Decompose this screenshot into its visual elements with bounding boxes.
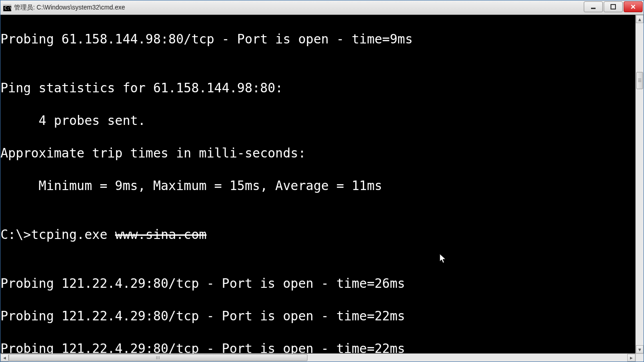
output-line: Probing 121.22.4.29:80/tcp - Port is ope…	[0, 276, 635, 292]
scroll-right-button[interactable]: ▶	[627, 354, 635, 362]
output-line: Probing 61.158.144.98:80/tcp - Port is o…	[0, 31, 635, 48]
minimize-button[interactable]	[584, 1, 603, 12]
terminal-area: Probing 61.158.144.98:80/tcp - Port is o…	[0, 15, 644, 353]
terminal-output[interactable]: Probing 61.158.144.98:80/tcp - Port is o…	[0, 15, 635, 353]
scroll-corner	[635, 353, 644, 362]
cmd-window: C:\ 管理员: C:\Windows\system32\cmd.exe Pro…	[0, 0, 644, 362]
scroll-left-button[interactable]: ◀	[0, 354, 9, 362]
cmd-icon: C:\	[3, 4, 11, 12]
output-line: Ping statistics for 61.158.144.98:80:	[0, 80, 635, 96]
output-line: Probing 121.22.4.29:80/tcp - Port is ope…	[0, 341, 635, 353]
svg-rect-3	[591, 8, 596, 9]
vertical-scroll-track[interactable]	[636, 23, 644, 345]
vertical-scrollbar[interactable]: ▲ ▼	[635, 15, 644, 353]
output-line: Probing 121.22.4.29:80/tcp - Port is ope…	[0, 308, 635, 324]
window-title: 管理员: C:\Windows\system32\cmd.exe	[14, 4, 125, 12]
vertical-scroll-thumb[interactable]	[636, 72, 643, 89]
close-button[interactable]	[624, 1, 643, 12]
titlebar[interactable]: C:\ 管理员: C:\Windows\system32\cmd.exe	[0, 0, 644, 15]
command-text: tcping.exe	[31, 227, 115, 242]
scroll-down-button[interactable]: ▼	[636, 345, 644, 353]
command-line: C:\>tcping.exe www.sina.com	[0, 227, 635, 243]
output-line: 4 probes sent.	[0, 113, 635, 129]
output-line: Minimum = 9ms, Maximum = 15ms, Average =…	[0, 178, 635, 194]
output-line: Approximate trip times in milli-seconds:	[0, 145, 635, 162]
redacted-argument: www.sina.com	[115, 227, 207, 242]
scroll-up-button[interactable]: ▲	[636, 15, 644, 23]
horizontal-scroll-thumb[interactable]	[9, 354, 308, 361]
svg-rect-4	[611, 5, 615, 9]
svg-text:C:\: C:\	[5, 6, 11, 10]
maximize-button[interactable]	[604, 1, 623, 12]
horizontal-scrollbar[interactable]: ◀ ▶	[0, 353, 635, 362]
prompt: C:\>	[0, 227, 31, 242]
horizontal-scroll-track[interactable]	[9, 354, 627, 362]
window-controls	[584, 1, 643, 12]
